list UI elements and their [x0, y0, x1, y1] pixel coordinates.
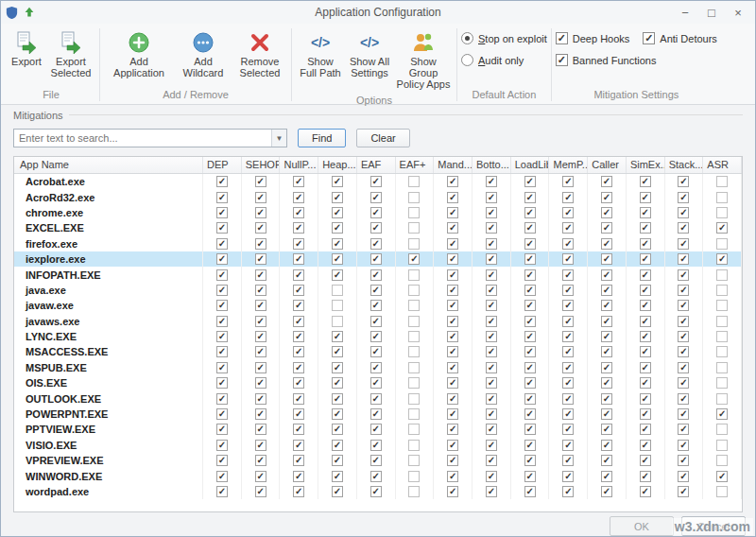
mitigation-checkbox[interactable]: ✓ [370, 253, 382, 265]
mitigation-checkbox[interactable] [716, 440, 728, 451]
table-row[interactable]: iexplore.exe✓✓✓✓✓✓✓✓✓✓✓✓✓✓ [14, 251, 742, 267]
mitigation-checkbox[interactable]: ✓ [524, 285, 536, 296]
mitigation-checkbox[interactable]: ✓ [293, 207, 304, 218]
table-row[interactable]: INFOPATH.EXE✓✓✓✓✓✓✓✓✓✓✓✓ [14, 267, 742, 282]
mitigation-checkbox[interactable]: ✓ [601, 331, 612, 342]
column-header-eaf+[interactable]: EAF+ [396, 157, 435, 173]
mitigation-checkbox[interactable]: ✓ [486, 222, 497, 234]
mitigation-checkbox[interactable]: ✓ [255, 269, 266, 281]
mitigation-checkbox[interactable]: ✓ [255, 253, 266, 265]
mitigation-checkbox[interactable]: ✓ [332, 486, 343, 497]
mitigation-checkbox[interactable]: ✓ [332, 253, 343, 265]
table-row[interactable]: VPREVIEW.EXE✓✓✓✓✓✓✓✓✓✓✓✓ [14, 453, 742, 468]
mitigation-checkbox[interactable]: ✓ [447, 207, 458, 218]
mitigation-checkbox[interactable]: ✓ [216, 440, 228, 451]
mitigation-checkbox[interactable]: ✓ [601, 471, 612, 482]
mitigation-checkbox[interactable]: ✓ [408, 253, 420, 265]
mitigation-checkbox[interactable]: ✓ [255, 300, 266, 311]
mitigation-checkbox[interactable]: ✓ [640, 440, 651, 451]
mitigation-checkbox[interactable]: ✓ [640, 300, 651, 311]
mitigation-checkbox[interactable]: ✓ [562, 486, 574, 497]
mitigation-checkbox[interactable] [408, 424, 420, 435]
mitigation-checkbox[interactable]: ✓ [255, 471, 266, 482]
mitigation-checkbox[interactable]: ✓ [332, 408, 343, 420]
mitigation-checkbox[interactable] [716, 192, 728, 203]
mitigation-checkbox[interactable]: ✓ [293, 331, 304, 342]
mitigation-checkbox[interactable]: ✓ [678, 362, 689, 373]
mitigation-checkbox[interactable] [332, 316, 343, 327]
mitigation-checkbox[interactable] [716, 393, 728, 405]
mitigation-checkbox[interactable] [408, 316, 420, 327]
mitigation-checkbox[interactable]: ✓ [216, 408, 228, 420]
mitigation-checkbox[interactable]: ✓ [562, 269, 574, 281]
mitigation-checkbox[interactable]: ✓ [255, 285, 266, 296]
mitigation-checkbox[interactable]: ✓ [216, 331, 228, 342]
mitigation-checkbox[interactable]: ✓ [716, 253, 728, 265]
mitigation-checkbox[interactable] [716, 486, 728, 497]
mitigation-checkbox[interactable] [716, 285, 728, 296]
banned-functions-checkbox-row[interactable]: ✓ Banned Functions [556, 54, 657, 66]
mitigation-checkbox[interactable]: ✓ [293, 424, 304, 435]
mitigation-checkbox[interactable]: ✓ [293, 346, 304, 357]
mitigation-checkbox[interactable]: ✓ [640, 393, 651, 405]
mitigation-checkbox[interactable]: ✓ [524, 207, 536, 218]
mitigation-checkbox[interactable]: ✓ [678, 346, 689, 357]
deep-hooks-checkbox-row[interactable]: ✓ Deep Hooks [556, 32, 630, 44]
mitigation-checkbox[interactable]: ✓ [524, 316, 536, 327]
mitigation-checkbox[interactable]: ✓ [293, 176, 304, 187]
mitigation-checkbox[interactable]: ✓ [486, 346, 497, 357]
mitigation-checkbox[interactable]: ✓ [640, 238, 651, 250]
mitigation-checkbox[interactable]: ✓ [486, 362, 497, 373]
mitigation-checkbox[interactable]: ✓ [524, 269, 536, 281]
mitigation-checkbox[interactable]: ✓ [486, 316, 497, 327]
mitigation-checkbox[interactable]: ✓ [486, 393, 497, 405]
remove-selected-button[interactable]: Remove Selected [232, 27, 287, 80]
mitigation-checkbox[interactable]: ✓ [370, 455, 382, 466]
column-header-heap[interactable]: Heap... [318, 157, 357, 173]
mitigation-checkbox[interactable] [408, 393, 420, 405]
anti-detours-checkbox[interactable]: ✓ [643, 32, 655, 44]
mitigation-checkbox[interactable]: ✓ [678, 393, 689, 405]
mitigation-checkbox[interactable]: ✓ [678, 316, 689, 327]
mitigation-checkbox[interactable]: ✓ [447, 238, 458, 250]
clear-button[interactable]: Clear [356, 129, 409, 147]
mitigation-checkbox[interactable]: ✓ [640, 377, 651, 389]
mitigation-checkbox[interactable]: ✓ [447, 300, 458, 311]
mitigation-checkbox[interactable]: ✓ [562, 471, 574, 482]
mitigation-checkbox[interactable]: ✓ [216, 424, 228, 435]
column-header-app-name[interactable]: App Name [14, 157, 203, 173]
mitigation-checkbox[interactable]: ✓ [562, 207, 574, 218]
mitigation-checkbox[interactable]: ✓ [332, 207, 343, 218]
mitigation-checkbox[interactable]: ✓ [332, 377, 343, 389]
mitigation-checkbox[interactable] [332, 300, 343, 311]
mitigation-checkbox[interactable]: ✓ [524, 471, 536, 482]
mitigation-checkbox[interactable]: ✓ [678, 222, 689, 234]
mitigation-checkbox[interactable]: ✓ [524, 192, 536, 203]
mitigation-checkbox[interactable]: ✓ [601, 222, 612, 234]
mitigation-checkbox[interactable]: ✓ [332, 440, 343, 451]
mitigation-checkbox[interactable]: ✓ [562, 440, 574, 451]
mitigation-checkbox[interactable]: ✓ [524, 346, 536, 357]
mitigation-checkbox[interactable] [408, 362, 420, 373]
mitigation-checkbox[interactable]: ✓ [678, 440, 689, 451]
mitigation-checkbox[interactable]: ✓ [293, 408, 304, 420]
mitigation-checkbox[interactable]: ✓ [524, 377, 536, 389]
mitigation-checkbox[interactable]: ✓ [640, 176, 651, 187]
mitigation-checkbox[interactable] [716, 362, 728, 373]
column-header-memp[interactable]: MemP... [549, 157, 588, 173]
mitigation-checkbox[interactable]: ✓ [678, 238, 689, 250]
mitigation-checkbox[interactable]: ✓ [370, 269, 382, 281]
table-row[interactable]: chrome.exe✓✓✓✓✓✓✓✓✓✓✓✓ [14, 205, 742, 220]
mitigation-checkbox[interactable]: ✓ [716, 222, 728, 234]
mitigation-checkbox[interactable]: ✓ [216, 222, 228, 234]
combo-dropdown-icon[interactable]: ▼ [271, 130, 286, 147]
mitigation-checkbox[interactable] [716, 300, 728, 311]
mitigation-checkbox[interactable]: ✓ [332, 331, 343, 342]
mitigation-checkbox[interactable]: ✓ [486, 253, 497, 265]
mitigation-checkbox[interactable]: ✓ [486, 192, 497, 203]
mitigation-checkbox[interactable]: ✓ [486, 269, 497, 281]
mitigation-checkbox[interactable]: ✓ [640, 362, 651, 373]
mitigation-checkbox[interactable]: ✓ [447, 393, 458, 405]
mitigation-checkbox[interactable]: ✓ [293, 285, 304, 296]
mitigation-checkbox[interactable]: ✓ [293, 486, 304, 497]
